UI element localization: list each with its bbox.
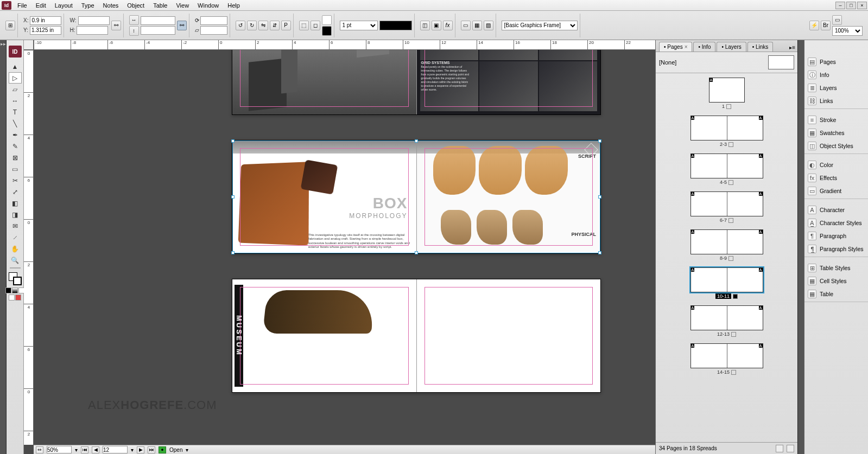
dock-stroke[interactable]: ≡Stroke [804,113,868,126]
apply-color-button[interactable] [5,287,11,293]
preflight-icon[interactable]: ⚡ [809,21,819,30]
panel-flyout-button[interactable]: ▸≡ [787,43,797,52]
dock-character-styles[interactable]: A̲Character Styles [804,216,868,229]
h-input[interactable] [77,26,108,35]
normal-view-button[interactable] [9,295,15,300]
fill-swatch-button[interactable] [322,15,332,25]
spread-thumb-10-11[interactable]: AA10-11 [658,267,795,299]
y-input[interactable] [30,26,61,35]
left-collapse-handle[interactable]: ▸▸ [0,40,7,454]
first-page-button[interactable]: ⏮ [81,446,88,453]
x-input[interactable] [30,16,61,25]
dock-paragraph-styles[interactable]: ¶̲Paragraph Styles [804,242,868,255]
direct-selection-tool[interactable]: ▷ [9,72,22,84]
canvas[interactable]: PUZZLE SOLVER GRID SYSTEMSBased purely o… [34,50,655,445]
menu-help[interactable]: Help [223,1,244,10]
masters-row[interactable]: [None] [656,52,797,73]
ruler-origin[interactable] [24,40,34,50]
panel-tab-layers[interactable]: • Layers [717,42,746,52]
menu-layout[interactable]: Layout [50,1,77,10]
preview-view-button[interactable] [15,295,21,300]
object-style-select[interactable]: [Basic Graphics Frame] [502,21,578,30]
scale-x-input[interactable] [141,16,175,25]
line-tool[interactable]: ╲ [9,118,22,129]
page-12[interactable]: MUSEUM [232,279,416,392]
statusbar-split-button[interactable]: ⇔ [36,446,43,453]
scissors-tool[interactable]: ✂ [9,175,22,186]
zoom-dropdown-icon[interactable]: ▾ [75,447,78,453]
dock-links[interactable]: ⛓Links [804,94,868,107]
horizontal-ruler[interactable]: -10-8-6-4-20246810121416182022242628 [34,40,655,50]
effects-button[interactable]: ◫ [420,21,430,30]
drop-shadow-button[interactable]: ▣ [432,21,441,30]
menu-object[interactable]: Object [123,1,149,10]
flip-vertical-button[interactable]: ⇵ [270,21,280,30]
stroke-style-swatch[interactable] [379,21,412,30]
window-close-button[interactable]: × [857,2,867,9]
vertical-ruler[interactable]: 0246024602 [24,50,34,445]
master-thumbnail[interactable] [768,55,794,69]
dock-info[interactable]: ⓘInfo [804,68,868,81]
select-content-button[interactable]: ◻ [311,21,320,30]
right-collapse-handle[interactable] [797,40,804,454]
menu-edit[interactable]: Edit [31,1,50,10]
text-wrap-object-button[interactable]: ▨ [484,21,493,30]
dock-color[interactable]: ◐Color [804,158,868,171]
constrain-scale-button[interactable]: ⚯ [177,21,187,30]
dock-paragraph[interactable]: ¶Paragraph [804,229,868,242]
menu-notes[interactable]: Notes [99,1,123,10]
page-dropdown-icon[interactable]: ▾ [131,447,134,453]
fill-stroke-proxy[interactable] [9,272,22,285]
scale-x-button[interactable]: ↔ [129,15,139,25]
dock-layers[interactable]: ≣Layers [804,81,868,94]
type-tool[interactable]: T [9,106,22,118]
new-page-button[interactable] [776,445,783,452]
reference-point-proxy[interactable]: ⊞ [5,21,15,30]
panel-tab-links[interactable]: • Links [747,42,774,52]
menu-table[interactable]: Table [149,1,172,10]
menu-file[interactable]: File [13,1,31,10]
fx-button[interactable]: fx [443,21,453,30]
flip-horizontal-button[interactable]: ⇋ [258,21,268,30]
rotate-ccw-button[interactable]: ↺ [236,21,245,30]
stroke-swatch-button[interactable] [322,26,332,36]
menu-view[interactable]: View [172,1,193,10]
page-tool[interactable]: ▱ [9,84,22,95]
dock-swatches[interactable]: ▦Swatches [804,126,868,139]
panel-tab-pages[interactable]: • Pages× [659,42,692,52]
page-8[interactable]: PUZZLE SOLVER [232,50,416,114]
page-11[interactable]: SCRIPT PHYSICAL [416,140,601,253]
shear-input[interactable] [200,26,227,35]
w-input[interactable] [78,16,110,25]
spread-thumb-4-5[interactable]: AA4-5 [658,154,795,185]
panel-tab-info[interactable]: • Info [693,42,715,52]
spread-thumb-12-13[interactable]: AA12-13 [658,305,795,337]
spread-thumb-2-3[interactable]: AA2-3 [658,116,795,147]
dock-pages[interactable]: ▤Pages [804,55,868,68]
next-page-button[interactable]: ▶ [137,446,144,453]
dock-object-styles[interactable]: ◫Object Styles [804,139,868,152]
rectangle-tool[interactable]: ▭ [9,163,22,175]
zoom-level-input[interactable] [47,446,72,453]
p-button[interactable]: P [281,21,291,30]
free-transform-tool[interactable]: ⤢ [9,186,22,197]
rectangle-frame-tool[interactable]: ⊠ [9,152,22,163]
selection-tool[interactable]: ▲ [9,61,22,72]
spread-8-9[interactable]: PUZZLE SOLVER GRID SYSTEMSBased purely o… [232,50,601,115]
pencil-tool[interactable]: ✎ [9,140,22,152]
menu-type[interactable]: Type [77,1,99,10]
dock-cell-styles[interactable]: ▦Cell Styles [804,274,868,287]
zoom-select[interactable]: 100% [832,26,863,36]
rotate-cw-button[interactable]: ↻ [247,21,257,30]
spread-thumb-14-15[interactable]: AA14-15 [658,343,795,375]
apply-gradient-button[interactable] [12,287,18,293]
constrain-proportions-button[interactable]: ⚯ [111,21,121,30]
dock-character[interactable]: ACharacter [804,203,868,216]
last-page-button[interactable]: ⏭ [148,446,155,453]
dock-table-styles[interactable]: ⊞Table Styles [804,261,868,274]
text-wrap-bounding-button[interactable]: ▦ [472,21,482,30]
scale-y-input[interactable] [141,26,175,35]
eyedropper-tool[interactable]: ⟋ [9,232,22,243]
preflight-status-icon[interactable]: ● [159,446,166,453]
spread-thumb-1[interactable]: A1 [658,78,795,109]
